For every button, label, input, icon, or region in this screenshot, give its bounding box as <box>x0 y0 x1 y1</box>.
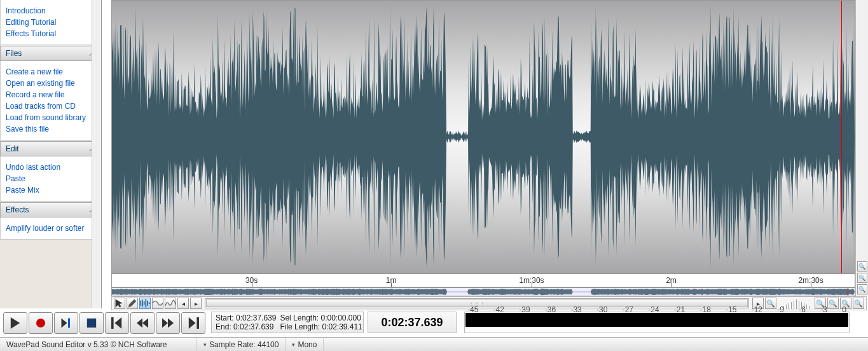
cursor-tool-button[interactable] <box>114 298 125 309</box>
sidebar-item-paste[interactable]: Paste <box>6 174 95 183</box>
sel-length-label: Sel Length: <box>280 313 319 322</box>
file-length-label: File Length: <box>280 322 320 331</box>
vert-zoom-out-button[interactable]: 🔍 <box>857 284 867 294</box>
panel-header-files[interactable]: Files ︽ <box>0 46 101 61</box>
overview-svg <box>112 288 855 296</box>
status-app: WavePad Sound Editor v 5.33 © NCH Softwa… <box>0 338 197 351</box>
vertical-zoom-toolbar: 🔍 🔍 🔍 <box>855 0 868 296</box>
vert-zoom-fit-button[interactable]: 🔍 <box>857 273 867 283</box>
next-marker-button[interactable]: ▸ <box>190 298 202 309</box>
record-icon <box>36 319 45 327</box>
sidebar-item-create-new-file[interactable]: Create a new file <box>6 67 95 76</box>
panel-title: Edit <box>6 144 19 153</box>
pencil-tool-button[interactable] <box>127 298 138 309</box>
sidebar-item-save-this-file[interactable]: Save this file <box>6 125 95 134</box>
waveform-overview[interactable] <box>111 287 855 296</box>
wave-view-c-button[interactable] <box>165 298 176 309</box>
svg-rect-2 <box>111 317 114 329</box>
panel-header-effects[interactable]: Effects ︽ <box>0 202 101 217</box>
record-button[interactable] <box>29 312 53 334</box>
channels-dropdown[interactable]: Mono <box>286 338 324 351</box>
time-display: 0:02:37.639 <box>368 312 457 333</box>
sidebar-item-record-new-file[interactable]: Record a new file <box>6 90 95 99</box>
end-label: End: <box>216 322 231 331</box>
stop-button[interactable] <box>79 312 104 334</box>
sel-length-value: 0:00:00.000 <box>321 313 361 322</box>
transport-bar <box>3 312 206 336</box>
panel-title: Files <box>6 49 22 58</box>
wave-view-a-button[interactable] <box>139 298 151 309</box>
play-button[interactable] <box>3 312 27 334</box>
sidebar-item-open-existing-file[interactable]: Open an existing file <box>6 79 95 88</box>
sidebar-item-editing-tutorial[interactable]: Editing Tutorial <box>6 18 95 27</box>
sidebar-item-effects-tutorial[interactable]: Effects Tutorial <box>6 29 95 38</box>
overview-cursor <box>848 288 848 296</box>
svg-rect-3 <box>196 317 199 329</box>
wave-view-b-button[interactable] <box>152 298 163 309</box>
panel-title: Effects <box>6 205 29 214</box>
svg-rect-0 <box>68 319 70 328</box>
zoom-fit-button[interactable]: 🔍 <box>853 298 864 309</box>
start-value: 0:02:37.639 <box>236 313 276 322</box>
rewind-button[interactable] <box>130 312 155 334</box>
start-label: Start: <box>216 313 234 322</box>
skip-end-button[interactable] <box>181 312 205 334</box>
file-length-value: 0:02:39.411 <box>322 322 362 331</box>
level-meter: -45-42-39-36-33-30-27-24-21-18-15-12-9-6… <box>464 312 850 333</box>
panel-header-edit[interactable]: Edit ︽ <box>0 141 101 156</box>
sample-rate-dropdown[interactable]: Sample Rate: 44100 <box>197 338 286 351</box>
end-value: 0:02:37.639 <box>233 322 273 331</box>
fast-forward-button[interactable] <box>156 312 180 334</box>
status-bar: WavePad Sound Editor v 5.33 © NCH Softwa… <box>0 337 868 351</box>
selection-info: Start: 0:02:37.639 Sel Length: 0:00:00.0… <box>211 312 364 333</box>
sidebar-item-introduction[interactable]: Introduction <box>6 6 95 15</box>
skip-start-button[interactable] <box>105 312 129 334</box>
goto-button[interactable] <box>54 312 78 334</box>
meter-bar <box>465 313 848 327</box>
sidebar-scrollbar[interactable] <box>92 0 101 308</box>
sidebar-item-load-sound-library[interactable]: Load from sound library <box>6 113 95 122</box>
svg-rect-1 <box>87 319 96 327</box>
prev-marker-button[interactable]: ◂ <box>177 298 189 309</box>
waveform-display[interactable] <box>111 0 855 273</box>
sidebar-item-paste-mix[interactable]: Paste Mix <box>6 186 95 195</box>
sidebar-item-load-tracks-cd[interactable]: Load tracks from CD <box>6 102 95 111</box>
waveform-svg <box>112 1 855 273</box>
sidebar-item-undo-last-action[interactable]: Undo last action <box>6 163 95 172</box>
time-ruler[interactable]: 30s 1m 1m:30s 2m 2m:30s <box>111 273 855 287</box>
vert-zoom-in-button[interactable]: 🔍 <box>857 261 867 272</box>
sidebar-item-amplify[interactable]: Amplify louder or softer <box>6 224 95 233</box>
playback-cursor <box>841 1 842 273</box>
